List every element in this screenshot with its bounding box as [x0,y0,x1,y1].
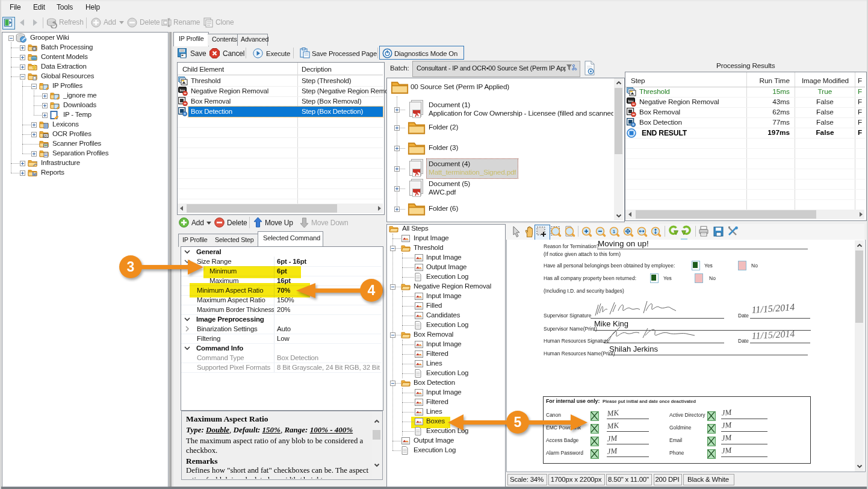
svg-text:JM: JM [721,432,733,442]
svg-text:5: 5 [514,414,522,430]
svg-text:JM: JM [721,407,733,417]
svg-text:3: 3 [127,259,135,275]
svg-text:11/15/2014: 11/15/2014 [751,328,795,341]
svg-text:JM: JM [607,433,618,443]
svg-text:11/15/2014: 11/15/2014 [751,302,795,315]
svg-text:MK: MK [607,420,620,431]
svg-text:JM: JM [607,446,618,455]
svg-text:4: 4 [368,282,376,298]
svg-text:ABC: ABC [43,135,49,138]
svg-text:JM: JM [721,445,733,455]
svg-text:1: 1 [613,229,616,234]
svg-text:MK: MK [607,408,620,418]
svg-text:JM: JM [721,420,733,429]
